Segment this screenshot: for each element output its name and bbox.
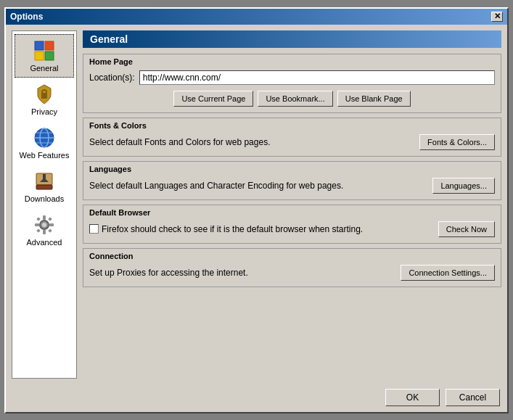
- sidebar-item-downloads[interactable]: Downloads: [15, 165, 74, 208]
- svg-rect-2: [35, 52, 44, 60]
- fonts-colors-button[interactable]: Fonts & Colors...: [419, 134, 495, 150]
- cancel-button[interactable]: Cancel: [446, 389, 500, 406]
- connection-row: Set up Proxies for accessing the interne…: [89, 265, 495, 281]
- defaultbrowser-body: Firefox should check to see if it is the…: [83, 218, 501, 243]
- svg-rect-17: [43, 215, 46, 220]
- svg-rect-21: [36, 217, 41, 221]
- languages-text: Select default Languages and Character E…: [89, 181, 427, 191]
- sidebar-label-webfeatures: Web Features: [20, 151, 70, 160]
- sidebar: General Privacy: [12, 30, 77, 379]
- sidebar-item-general[interactable]: General: [15, 34, 74, 78]
- sidebar-item-privacy[interactable]: Privacy: [15, 78, 74, 121]
- use-blank-page-button[interactable]: Use Blank Page: [337, 91, 411, 107]
- svg-rect-3: [45, 52, 54, 60]
- location-label: Location(s):: [89, 73, 135, 83]
- defaultbrowser-title: Default Browser: [83, 205, 501, 218]
- fonts-text: Select default Fonts and Colors for web …: [89, 137, 414, 147]
- homepage-body: Location(s): Use Current Page Use Bookma…: [83, 67, 501, 112]
- checkbox-label-row: Firefox should check to see if it is the…: [89, 224, 432, 234]
- svg-rect-0: [35, 41, 44, 50]
- languages-section: Languages Select default Languages and C…: [83, 161, 501, 200]
- sidebar-label-downloads: Downloads: [25, 194, 64, 203]
- options-dialog: Options ✕ General: [4, 7, 509, 413]
- privacy-icon: [33, 83, 56, 106]
- homepage-section: Home Page Location(s): Use Current Page …: [83, 54, 501, 113]
- connection-title: Connection: [83, 249, 501, 262]
- defaultbrowser-row: Firefox should check to see if it is the…: [89, 221, 495, 237]
- homepage-button-row: Use Current Page Use Bookmark... Use Bla…: [89, 91, 495, 107]
- svg-rect-19: [35, 223, 39, 226]
- content-area: General Home Page Location(s): Use Curre…: [83, 30, 501, 379]
- languages-body: Select default Languages and Character E…: [83, 175, 501, 199]
- location-input[interactable]: [139, 70, 495, 85]
- svg-rect-14: [43, 174, 46, 181]
- svg-rect-18: [43, 230, 46, 234]
- connection-settings-button[interactable]: Connection Settings...: [401, 265, 495, 281]
- check-now-button[interactable]: Check Now: [438, 221, 495, 237]
- window-title: Options: [10, 12, 43, 22]
- fonts-body: Select default Fonts and Colors for web …: [83, 131, 501, 156]
- svg-rect-24: [48, 228, 52, 233]
- ok-button[interactable]: OK: [385, 389, 440, 406]
- sidebar-item-webfeatures[interactable]: Web Features: [15, 121, 74, 165]
- content-title: General: [83, 30, 501, 48]
- connection-section: Connection Set up Proxies for accessing …: [83, 248, 501, 287]
- svg-rect-22: [48, 217, 52, 221]
- advanced-icon: [33, 213, 56, 236]
- title-bar: Options ✕: [6, 9, 507, 25]
- connection-body: Set up Proxies for accessing the interne…: [83, 262, 501, 287]
- sidebar-label-privacy: Privacy: [31, 107, 57, 116]
- dialog-body: General Privacy: [6, 25, 507, 384]
- svg-point-16: [42, 223, 46, 227]
- svg-rect-20: [49, 223, 54, 226]
- fonts-title: Fonts & Colors: [83, 118, 501, 131]
- connection-text: Set up Proxies for accessing the interne…: [89, 268, 395, 278]
- dialog-footer: OK Cancel: [6, 384, 507, 412]
- use-current-page-button[interactable]: Use Current Page: [173, 91, 253, 107]
- fonts-row: Select default Fonts and Colors for web …: [89, 134, 495, 150]
- webfeatures-icon: [33, 126, 56, 149]
- languages-title: Languages: [83, 162, 501, 175]
- fonts-section: Fonts & Colors Select default Fonts and …: [83, 118, 501, 157]
- location-row: Location(s):: [89, 70, 495, 85]
- sidebar-label-advanced: Advanced: [27, 238, 62, 247]
- languages-button[interactable]: Languages...: [432, 178, 495, 194]
- defaultbrowser-checkbox[interactable]: [89, 224, 99, 234]
- general-icon: [33, 39, 56, 62]
- close-button[interactable]: ✕: [491, 12, 503, 22]
- svg-rect-12: [36, 185, 52, 189]
- defaultbrowser-section: Default Browser Firefox should check to …: [83, 205, 501, 244]
- downloads-icon: [33, 170, 56, 193]
- svg-rect-23: [36, 228, 41, 233]
- svg-rect-1: [45, 41, 54, 50]
- defaultbrowser-text: Firefox should check to see if it is the…: [102, 224, 432, 234]
- sidebar-item-advanced[interactable]: Advanced: [15, 208, 74, 252]
- languages-row: Select default Languages and Character E…: [89, 178, 495, 194]
- use-bookmark-button[interactable]: Use Bookmark...: [258, 91, 332, 107]
- sidebar-label-general: General: [30, 64, 58, 73]
- homepage-title: Home Page: [83, 54, 501, 67]
